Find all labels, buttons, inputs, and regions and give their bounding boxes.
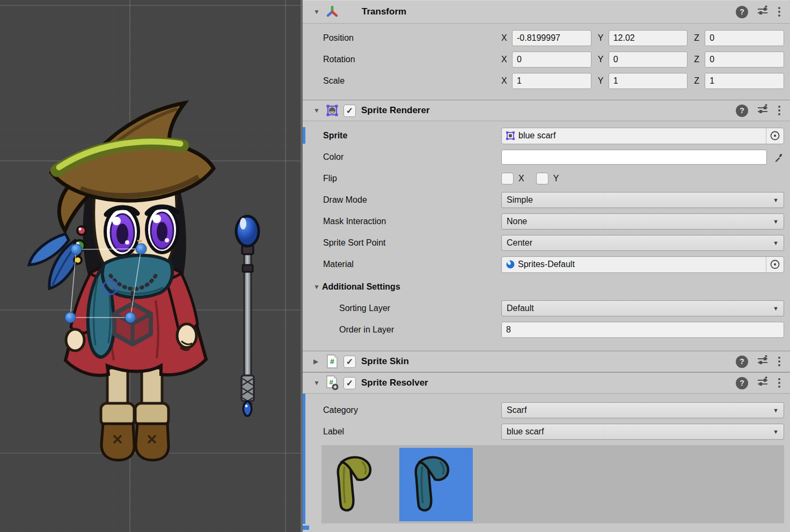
transform-header[interactable]: ▼ Transform ? (303, 0, 790, 24)
component-enabled-checkbox[interactable]: ✓ (343, 356, 356, 368)
category-value: Scarf (507, 405, 526, 415)
foldout-icon[interactable]: ▼ (313, 283, 322, 291)
scale-y-field[interactable] (609, 73, 688, 89)
axis-z-label: Z (694, 33, 705, 43)
object-picker-icon[interactable] (766, 128, 784, 144)
label-label: Label (323, 427, 501, 437)
component-enabled-checkbox[interactable]: ✓ (343, 377, 356, 389)
eyedropper-icon[interactable] (767, 152, 784, 162)
mask-interaction-dropdown[interactable]: None ▼ (501, 213, 784, 230)
sorting-layer-row: Sorting Layer Default ▼ (323, 300, 784, 316)
rotation-z-field[interactable] (705, 51, 784, 68)
help-icon[interactable]: ? (736, 105, 748, 117)
label-dropdown[interactable]: blue scarf ▼ (501, 424, 784, 440)
sprite-resolver-header[interactable]: ▼ # ✓ Sprite Resolver ? (303, 372, 790, 394)
foldout-icon[interactable]: ▼ (313, 379, 322, 387)
flip-row: Flip X Y (323, 171, 784, 187)
order-in-layer-label: Order in Layer (323, 325, 501, 335)
rotation-y-field[interactable] (609, 51, 688, 68)
rotation-x-field[interactable] (512, 51, 591, 68)
inspector-panel: ▼ Transform ? (303, 0, 790, 532)
flip-y-checkbox[interactable] (536, 173, 548, 184)
position-x-field[interactable] (512, 30, 591, 46)
chevron-down-icon: ▼ (773, 428, 779, 435)
material-object-field[interactable]: Sprites-Default (501, 256, 784, 273)
sprite-row: Sprite blue scarf (323, 128, 784, 144)
flip-y-label: Y (553, 174, 559, 183)
category-label: Category (323, 405, 501, 415)
unity-editor-window: ▼ Transform ? (0, 0, 790, 532)
object-picker-icon[interactable] (766, 257, 784, 272)
flip-x-label: X (518, 174, 524, 183)
scale-x-field[interactable] (512, 73, 591, 89)
sprite-resolver-body: Category Scarf ▼ Label blue scarf ▼ (303, 402, 790, 523)
help-icon[interactable]: ? (736, 6, 748, 18)
color-swatch[interactable] (501, 150, 767, 165)
flip-label: Flip (323, 174, 501, 183)
sprite-skin-header[interactable]: ▶ # ✓ Sprite Skin ? (303, 351, 790, 372)
pivot-ring (103, 280, 117, 294)
position-z-field[interactable] (705, 30, 784, 46)
axis-x-label: X (501, 76, 512, 86)
presets-icon[interactable] (757, 354, 769, 368)
category-dropdown[interactable]: Scarf ▼ (501, 402, 784, 418)
component-menu-icon[interactable] (777, 6, 781, 18)
foldout-icon[interactable]: ▶ (313, 358, 322, 365)
axis-x-label: X (501, 55, 512, 64)
sprite-renderer-body: Sprite blue scarf (303, 128, 790, 351)
label-value: blue scarf (507, 427, 544, 437)
mask-interaction-row: Mask Interaction None ▼ (323, 213, 784, 230)
presets-icon[interactable] (757, 104, 769, 117)
rotation-label: Rotation (323, 55, 501, 64)
help-icon[interactable]: ? (736, 356, 748, 368)
category-row: Category Scarf ▼ (323, 402, 784, 418)
draw-mode-label: Draw Mode (323, 195, 501, 205)
prefab-override-bar-sprite (303, 127, 305, 144)
scene-view[interactable] (0, 0, 301, 532)
order-in-layer-row: Order in Layer (323, 322, 784, 338)
transform-body: Position X Y Z Rotation X Y Z Scale X (303, 30, 790, 100)
position-label: Position (323, 33, 501, 43)
chevron-down-icon: ▼ (773, 407, 779, 413)
sprite-sort-point-row: Sprite Sort Point Center ▼ (323, 235, 784, 251)
sorting-layer-dropdown[interactable]: Default ▼ (501, 300, 784, 316)
component-title: Sprite Resolver (361, 378, 428, 388)
presets-icon[interactable] (757, 5, 769, 19)
help-icon[interactable]: ? (736, 377, 748, 389)
component-menu-icon[interactable] (777, 377, 781, 389)
draw-mode-row: Draw Mode Simple ▼ (323, 192, 784, 208)
component-menu-icon[interactable] (777, 105, 781, 116)
presets-icon[interactable] (757, 376, 769, 390)
order-in-layer-field[interactable] (501, 322, 784, 338)
sort-point-value: Center (507, 238, 532, 248)
chevron-down-icon: ▼ (773, 218, 779, 225)
scale-z-field[interactable] (705, 73, 784, 89)
flip-x-checkbox[interactable] (501, 173, 514, 184)
axis-z-label: Z (694, 55, 705, 64)
position-y-field[interactable] (609, 30, 688, 46)
scale-row: Scale X Y Z (323, 73, 784, 89)
scale-label: Scale (323, 76, 501, 86)
sort-point-dropdown[interactable]: Center ▼ (501, 235, 784, 251)
additional-settings-foldout[interactable]: ▼ Additional Settings (313, 280, 784, 294)
axis-y-label: Y (598, 76, 609, 86)
axis-y-label: Y (598, 55, 609, 64)
sprite-object-field[interactable]: blue scarf (501, 128, 784, 144)
sprite-thumbnail-blue-scarf[interactable] (399, 448, 473, 521)
sorting-layer-label: Sorting Layer (323, 304, 501, 313)
draw-mode-dropdown[interactable]: Simple ▼ (501, 192, 784, 208)
prefab-override-chip (303, 526, 309, 530)
foldout-icon[interactable]: ▼ (313, 8, 322, 16)
sorting-layer-value: Default (507, 304, 534, 313)
sprite-renderer-header[interactable]: ▼ ✓ Sprite Renderer ? (303, 100, 790, 121)
component-enabled-checkbox[interactable]: ✓ (343, 105, 356, 117)
transform-icon (325, 5, 339, 19)
sprite-thumbnail-green-scarf[interactable] (321, 448, 395, 521)
component-menu-icon[interactable] (777, 356, 781, 367)
chevron-down-icon: ▼ (773, 197, 779, 203)
sprite-renderer-icon (325, 104, 339, 117)
axis-z-label: Z (694, 76, 705, 86)
foldout-icon[interactable]: ▼ (313, 107, 322, 114)
axis-x-label: X (501, 33, 512, 43)
chevron-down-icon: ▼ (773, 305, 779, 312)
